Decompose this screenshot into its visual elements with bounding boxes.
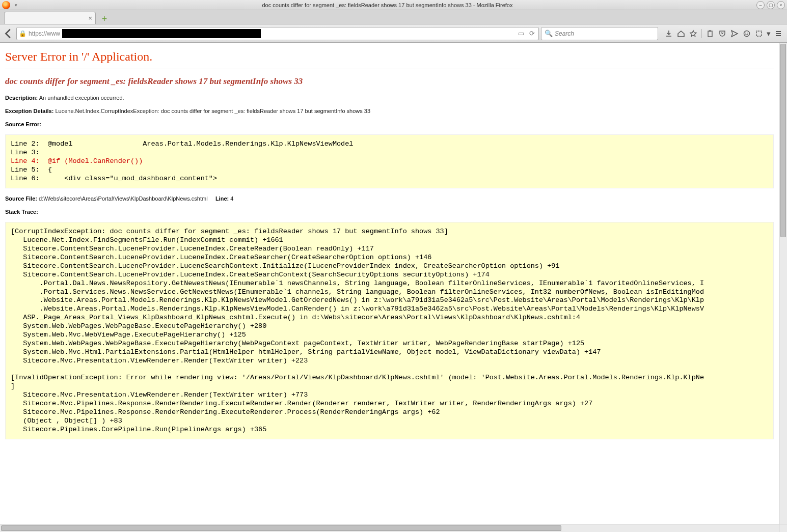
search-input[interactable] — [555, 30, 655, 37]
search-bar[interactable]: 🔍 — [541, 27, 658, 40]
downloads-button[interactable] — [663, 28, 674, 39]
exception-label: Exception Details: — [5, 108, 53, 114]
app-menu-dropdown-icon[interactable]: ▾ — [13, 3, 18, 8]
reader-mode-icon[interactable]: ▭ — [517, 30, 526, 37]
horizontal-scrollbar[interactable] — [0, 524, 779, 532]
source-file: d:\Webs\sitecore\Areas\Portal\Views\KlpD… — [39, 195, 208, 202]
clipboard-button[interactable] — [704, 28, 716, 39]
navigation-toolbar: 🔒 https://www ▭ ⟳ 🔍 ▾ — [0, 24, 787, 43]
url-redacted — [62, 29, 261, 38]
home-button[interactable] — [675, 28, 687, 39]
stack-trace-code: [CorruptIndexException: doc counts diffe… — [5, 222, 774, 439]
back-button[interactable] — [3, 28, 14, 39]
scroll-region[interactable]: Server Error in '/' Application. doc cou… — [0, 43, 779, 524]
svg-point-2 — [744, 31, 750, 36]
exception-text: Lucene.Net.Index.CorruptIndexException: … — [55, 108, 370, 114]
svg-rect-1 — [709, 30, 711, 32]
lock-icon: 🔒 — [19, 30, 26, 37]
source-error-code: Line 2: @model Areas.Portal.Models.Rende… — [5, 134, 774, 188]
svg-rect-5 — [756, 31, 762, 36]
exception-row: Exception Details: Lucene.Net.Index.Corr… — [5, 108, 774, 114]
description-label: Description: — [5, 95, 38, 101]
search-icon: 🔍 — [545, 30, 553, 37]
source-code-after: Line 5: { Line 6: <div class="u_mod_dash… — [11, 166, 217, 182]
menu-button[interactable] — [773, 28, 784, 39]
send-button[interactable] — [729, 28, 740, 39]
description-text: An unhandled exception occurred. — [39, 95, 124, 101]
stack-trace-label: Stack Trace: — [5, 209, 38, 215]
scroll-corner — [779, 524, 787, 532]
svg-rect-0 — [708, 31, 712, 37]
stack-label-row: Stack Trace: — [5, 209, 774, 215]
error-page: Server Error in '/' Application. doc cou… — [0, 43, 779, 467]
firefox-icon — [2, 1, 10, 9]
source-code-before: Line 2: @model Areas.Portal.Models.Rende… — [11, 140, 353, 156]
toolbar-separator — [701, 29, 702, 38]
window-title: doc counts differ for segment _es: field… — [18, 2, 756, 8]
horizontal-scroll-thumb[interactable] — [1, 525, 561, 531]
svg-point-4 — [747, 33, 748, 34]
svg-point-3 — [745, 33, 746, 34]
tab-close-icon[interactable]: × — [88, 14, 92, 22]
page-title: Server Error in '/' Application. — [5, 47, 774, 69]
line-label: Line: — [215, 195, 229, 202]
line-number: 4 — [230, 195, 233, 202]
tab-strip: × + — [0, 10, 787, 24]
maximize-button[interactable]: ▢ — [767, 1, 775, 9]
browser-tab[interactable]: × — [4, 12, 96, 24]
source-file-row: Source File: d:\Webs\sitecore\Areas\Port… — [5, 195, 774, 202]
chat-button[interactable] — [741, 28, 752, 39]
url-bar[interactable]: 🔒 https://www ▭ ⟳ — [16, 27, 539, 40]
vertical-scroll-thumb[interactable] — [780, 44, 786, 237]
bookmarks-button[interactable] — [688, 28, 699, 39]
reload-icon[interactable]: ⟳ — [528, 30, 536, 37]
source-error-label: Source Error: — [5, 121, 41, 127]
new-tab-button[interactable]: + — [99, 14, 110, 24]
toolbar-right: ▾ — [663, 28, 784, 39]
error-title: doc counts differ for segment _es: field… — [5, 76, 774, 87]
source-code-highlight: Line 4: @if (Model.CanRender()) — [11, 157, 143, 165]
pocket-button[interactable] — [717, 28, 728, 39]
vertical-scrollbar[interactable] — [779, 43, 787, 524]
source-error-label-row: Source Error: — [5, 121, 774, 127]
description-row: Description: An unhandled exception occu… — [5, 95, 774, 101]
content-viewport: Server Error in '/' Application. doc cou… — [0, 43, 787, 532]
close-button[interactable]: × — [777, 1, 785, 9]
minimize-button[interactable]: – — [756, 1, 765, 9]
source-file-label: Source File: — [5, 195, 37, 202]
window-titlebar: ▾ doc counts differ for segment _es: fie… — [0, 0, 787, 10]
addon-button[interactable] — [753, 28, 765, 39]
url-prefix: https://www — [29, 30, 60, 37]
dropdown-icon[interactable]: ▾ — [766, 28, 772, 39]
